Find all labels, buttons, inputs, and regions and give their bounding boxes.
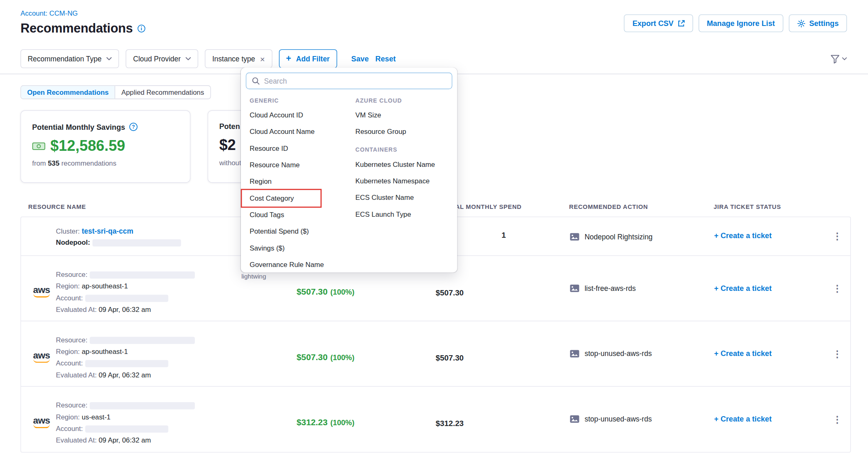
filter-option-cost-category[interactable]: Cost Category <box>241 190 347 206</box>
filter-chip-recommendation-type[interactable]: Recommendation Type <box>21 49 119 68</box>
filter-funnel-button[interactable] <box>831 54 847 63</box>
filter-option[interactable]: Cloud Tags <box>241 206 347 223</box>
tab-applied-recommendations[interactable]: Applied Recommendations <box>115 86 210 98</box>
create-ticket-button[interactable]: + Create a ticket <box>714 349 772 358</box>
action-icon <box>569 284 579 293</box>
filter-option[interactable]: Resource Name <box>241 157 347 173</box>
resource-details: Resource: Region: ap-southeast-1 Account… <box>56 269 195 316</box>
export-csv-label: Export CSV <box>632 19 674 27</box>
create-ticket-button[interactable]: + Create a ticket <box>714 415 772 423</box>
export-csv-button[interactable]: Export CSV <box>624 14 693 32</box>
filter-option[interactable]: Cloud Account ID <box>241 107 347 123</box>
aws-icon: aws <box>32 416 51 429</box>
redacted-value <box>90 402 195 409</box>
card-title: Potential Monthly Savings <box>32 123 125 131</box>
monthly-savings-value: $507.30(100%) <box>267 287 383 297</box>
add-filter-label: Add Filter <box>296 54 330 63</box>
kebab-menu[interactable]: ⋮ <box>833 283 842 295</box>
redacted-value <box>85 360 168 367</box>
partial-text: lightwing <box>241 273 266 280</box>
account-breadcrumb[interactable]: Account: CCM-NG <box>21 9 78 17</box>
savings-amount: $12,586.59 <box>50 137 125 155</box>
close-icon[interactable]: × <box>260 54 265 63</box>
external-link-icon <box>677 20 684 27</box>
action-icon <box>569 233 579 241</box>
spend-value: $312.23 <box>436 419 464 428</box>
filter-option[interactable]: Resource ID <box>241 140 347 157</box>
redacted-value <box>92 239 181 246</box>
info-icon[interactable] <box>137 24 145 33</box>
redacted-value <box>85 426 168 433</box>
filter-option[interactable]: Potential Spend ($) <box>241 223 347 240</box>
filter-bar: Recommendation Type Cloud Provider Insta… <box>21 49 847 68</box>
filter-chip-cloud-provider[interactable]: Cloud Provider <box>126 49 198 68</box>
filter-option[interactable]: Cloud Account Name <box>241 124 347 140</box>
filter-option[interactable]: Resource Group <box>347 124 457 140</box>
action-label: Nodepool Rightsizing <box>585 233 653 241</box>
recommendations-tabs: Open Recommendations Applied Recommendat… <box>21 85 211 99</box>
cluster-link[interactable]: test-sri-qa-ccm <box>82 227 133 235</box>
money-icon <box>32 141 45 151</box>
filter-chip-instance-type[interactable]: Instance type × <box>205 49 272 68</box>
monthly-savings-value: $312.23(100%) <box>267 418 383 428</box>
page: Account: CCM-NG Recommendations Export C… <box>0 0 868 459</box>
plus-icon: + <box>286 54 291 63</box>
table-row[interactable]: aws Resource: Region: ap-southeast-1 Acc… <box>21 321 850 387</box>
filter-search[interactable] <box>246 73 452 89</box>
recommended-action: stop-unused-aws-rds <box>569 349 651 358</box>
potential-monthly-savings-card: Potential Monthly Savings ? $12,586.59 f… <box>21 110 191 183</box>
create-ticket-button[interactable]: + Create a ticket <box>714 284 772 293</box>
redacted-value <box>85 295 168 302</box>
svg-text:?: ? <box>132 124 135 130</box>
chevron-down-icon <box>842 57 847 60</box>
chip-label: Instance type <box>212 54 255 63</box>
help-icon[interactable]: ? <box>129 122 138 131</box>
chevron-down-icon <box>107 57 112 60</box>
action-label: stop-unused-aws-rds <box>585 349 652 358</box>
card-title-partial: Poten <box>219 122 240 131</box>
search-icon <box>252 77 260 85</box>
action-label: stop-unused-aws-rds <box>585 415 652 423</box>
action-icon <box>569 415 579 423</box>
filter-option[interactable]: Savings ($) <box>241 240 347 256</box>
filter-option[interactable]: Governance Rule Name <box>241 256 347 273</box>
kebab-menu[interactable]: ⋮ <box>833 414 842 425</box>
filter-option[interactable]: Kubernetes Cluster Name <box>347 156 457 173</box>
kebab-menu[interactable]: ⋮ <box>833 230 842 242</box>
spend-value: $507.30 <box>436 288 464 297</box>
tab-open-recommendations[interactable]: Open Recommendations <box>21 86 115 98</box>
add-filter-button[interactable]: + Add Filter <box>279 49 337 68</box>
settings-button[interactable]: Settings <box>789 14 847 32</box>
resource-details: Resource: Region: us-east-1 Account: Eva… <box>56 400 195 447</box>
recommended-action: list-free-aws-rds <box>569 284 636 293</box>
aws-icon: aws <box>32 285 51 297</box>
create-ticket-button[interactable]: + Create a ticket <box>714 232 772 240</box>
filter-option[interactable]: Kubernetes Namespace <box>347 173 457 189</box>
filter-option[interactable]: ECS Cluster Name <box>347 190 457 206</box>
col-resource-name: RESOURCE NAME <box>28 203 86 210</box>
funnel-icon <box>831 54 840 63</box>
aws-icon: aws <box>32 351 51 363</box>
chip-label: Recommendation Type <box>28 54 101 63</box>
reset-filter-link[interactable]: Reset <box>376 54 396 63</box>
spend-amount-partial: $2 <box>219 137 236 154</box>
gear-icon <box>797 19 805 27</box>
search-input[interactable] <box>264 77 446 85</box>
filter-option[interactable]: Region <box>241 173 347 190</box>
monthly-savings-value: $507.30(100%) <box>267 352 383 362</box>
page-title-row: Recommendations <box>21 21 146 36</box>
page-title: Recommendations <box>21 21 133 36</box>
filter-option[interactable]: ECS Launch Type <box>347 206 457 222</box>
redacted-value <box>90 272 195 279</box>
action-icon <box>569 349 579 358</box>
manage-ignore-list-label: Manage Ignore List <box>707 19 775 27</box>
resource-details: Resource: Region: ap-southeast-1 Account… <box>56 335 195 381</box>
save-filter-link[interactable]: Save <box>351 54 369 63</box>
group-title-generic: GENERIC <box>241 91 347 107</box>
filter-option[interactable]: VM Size <box>347 107 457 123</box>
action-label: list-free-aws-rds <box>585 284 636 293</box>
recommended-action: Nodepool Rightsizing <box>569 233 652 241</box>
kebab-menu[interactable]: ⋮ <box>833 349 842 360</box>
table-row[interactable]: aws Resource: Region: us-east-1 Account:… <box>21 386 850 452</box>
manage-ignore-list-button[interactable]: Manage Ignore List <box>698 14 783 32</box>
